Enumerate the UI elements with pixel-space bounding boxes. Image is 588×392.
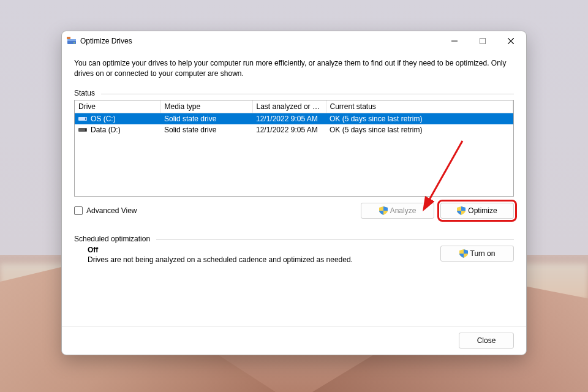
current-status: OK (5 days since last retrim) [326,113,513,124]
app-icon [67,36,77,46]
divider [101,94,514,94]
analyze-button[interactable]: Analyze [361,203,434,219]
divider [156,239,514,240]
shield-icon [459,249,468,258]
table-row[interactable]: Data (D:) Solid state drive 12/1/2022 9:… [75,124,513,135]
optimize-button[interactable]: Optimize [440,203,514,219]
col-media[interactable]: Media type [160,100,252,113]
last-analyzed: 12/1/2022 9:05 AM [252,113,326,124]
window-title: Optimize Drives [80,37,132,45]
drives-table[interactable]: Drive Media type Last analyzed or o... C… [74,100,514,197]
advanced-view-label: Advanced View [86,206,137,215]
advanced-view-checkbox[interactable]: Advanced View [74,206,137,215]
col-last[interactable]: Last analyzed or o... [252,100,326,113]
drive-name: Data (D:) [91,126,121,134]
close-button[interactable] [497,31,525,51]
svg-rect-11 [85,129,86,131]
checkbox-icon [74,206,83,215]
svg-rect-5 [480,39,486,44]
description-text: You can optimize your drives to help you… [74,58,514,79]
last-analyzed: 12/1/2022 9:05 AM [252,124,326,135]
shield-icon [379,206,388,215]
titlebar: Optimize Drives [62,31,526,51]
maximize-button[interactable] [469,31,497,51]
scheduled-note: Drives are not being analyzed on a sched… [88,255,353,264]
svg-rect-3 [67,37,70,39]
scheduled-state: Off [88,246,353,254]
status-label: Status [74,89,95,97]
table-row[interactable]: OS (C:) Solid state drive 12/1/2022 9:05… [75,113,513,124]
svg-rect-1 [67,39,76,41]
optimize-drives-window: Optimize Drives You can optimize your dr… [61,31,527,355]
scheduled-label: Scheduled optimization [74,235,150,243]
svg-rect-9 [85,118,86,120]
drive-name: OS (C:) [91,115,116,123]
current-status: OK (5 days since last retrim) [326,124,513,135]
minimize-button[interactable] [440,31,469,51]
svg-point-2 [74,42,75,43]
shield-icon [457,206,466,215]
ssd-icon [78,115,88,123]
col-current[interactable]: Current status [326,100,513,113]
close-dialog-button[interactable]: Close [459,333,514,349]
media-type: Solid state drive [160,113,252,124]
table-header-row: Drive Media type Last analyzed or o... C… [75,100,513,113]
turn-on-button[interactable]: Turn on [440,246,514,262]
ssd-icon [78,126,88,134]
col-drive[interactable]: Drive [75,100,160,113]
media-type: Solid state drive [160,124,252,135]
